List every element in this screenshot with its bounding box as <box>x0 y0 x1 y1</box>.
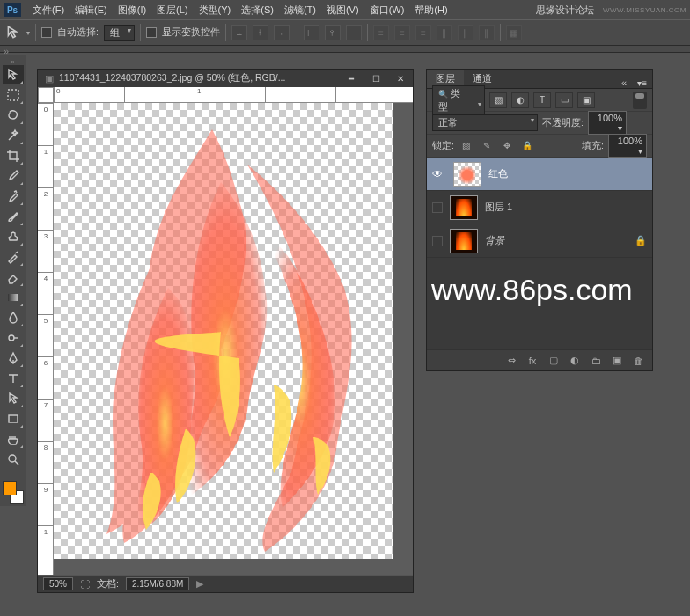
link-layers-icon[interactable]: ⇔ <box>503 353 520 369</box>
visibility-toggle[interactable] <box>432 236 443 246</box>
close-button[interactable]: ✕ <box>388 70 413 87</box>
menu-view[interactable]: 视图(V) <box>322 2 363 18</box>
filter-adjust-icon[interactable]: ◐ <box>511 92 529 108</box>
move-tool[interactable] <box>3 65 24 84</box>
menu-select[interactable]: 选择(S) <box>237 2 278 18</box>
pen-tool[interactable] <box>3 348 24 368</box>
filter-pixel-icon[interactable]: ▧ <box>489 92 507 108</box>
brush-tool[interactable] <box>3 207 24 226</box>
menu-help[interactable]: 帮助(H) <box>410 2 451 18</box>
opacity-field[interactable]: 100% ▾ <box>588 111 627 135</box>
layer-fx-icon[interactable]: fx <box>524 353 541 369</box>
fg-color-swatch[interactable] <box>3 481 17 495</box>
menu-layer[interactable]: 图层(L) <box>152 2 192 18</box>
lock-pixels-icon[interactable]: ✎ <box>479 139 495 153</box>
lock-transparency-icon[interactable]: ▨ <box>459 139 474 153</box>
show-transform-label: 显示变换控件 <box>162 26 220 39</box>
menu-type[interactable]: 类型(Y) <box>195 2 236 18</box>
group-layers-icon[interactable]: 🗀 <box>587 353 605 369</box>
lock-all-icon[interactable]: 🔒 <box>519 139 535 153</box>
rectangle-tool[interactable] <box>3 409 24 429</box>
eyedropper-tool[interactable] <box>3 166 24 186</box>
menu-filter[interactable]: 滤镜(T) <box>280 2 320 18</box>
menu-edit[interactable]: 编辑(E) <box>70 2 112 18</box>
history-brush-tool[interactable] <box>3 247 24 267</box>
new-layer-icon[interactable]: ▣ <box>608 353 626 369</box>
layer-name[interactable]: 图层 1 <box>485 201 647 214</box>
delete-layer-icon[interactable]: 🗑 <box>629 353 647 369</box>
show-transform-checkbox[interactable] <box>146 27 157 38</box>
auto-select-label: 自动选择: <box>57 26 99 39</box>
auto-select-checkbox[interactable] <box>41 27 52 38</box>
align-right-icon[interactable]: ⊣ <box>346 25 362 40</box>
hand-tool[interactable] <box>3 429 24 449</box>
healing-brush-tool[interactable] <box>3 187 24 206</box>
gradient-tool[interactable] <box>3 288 24 307</box>
auto-select-target-dropdown[interactable]: 组 <box>104 25 135 41</box>
document-tab-icon: ▣ <box>45 73 54 84</box>
clone-stamp-tool[interactable] <box>3 227 24 246</box>
visibility-toggle[interactable]: 👁 <box>432 168 446 180</box>
fill-field[interactable]: 100% ▾ <box>608 134 647 158</box>
doc-size-field[interactable]: 2.15M/6.88M <box>126 577 189 590</box>
layer-thumbnail[interactable] <box>453 162 481 187</box>
layer-row[interactable]: 背景 🔒 <box>427 224 652 258</box>
svg-point-2 <box>9 335 14 341</box>
filter-toggle[interactable] <box>633 92 647 109</box>
menu-file[interactable]: 文件(F) <box>28 2 69 18</box>
layer-mask-icon[interactable]: ▢ <box>545 353 562 369</box>
ruler-origin[interactable] <box>38 87 54 103</box>
eraser-tool[interactable] <box>3 268 24 287</box>
layers-panel: 图层 通道 « ▾≡ 🔍 类型 ▧ ◐ T ▭ ▣ 正常 不透明度: 100% … <box>426 69 653 371</box>
visibility-toggle[interactable] <box>432 202 443 213</box>
layer-filter-row: 🔍 类型 ▧ ◐ T ▭ ▣ <box>427 89 652 112</box>
magic-wand-tool[interactable] <box>3 126 24 145</box>
layer-thumbnail[interactable] <box>450 229 478 253</box>
zoom-tool[interactable] <box>3 450 24 469</box>
filter-shape-icon[interactable]: ▭ <box>555 92 573 108</box>
blur-tool[interactable] <box>3 308 24 327</box>
blend-mode-dropdown[interactable]: 正常 <box>432 114 538 131</box>
align-top-icon[interactable]: ⫠ <box>231 25 247 40</box>
opacity-label: 不透明度: <box>542 117 584 129</box>
lock-position-icon[interactable]: ✥ <box>499 139 515 153</box>
align-vcenter-icon[interactable]: ⫲ <box>253 25 268 40</box>
dodge-tool[interactable] <box>3 328 24 348</box>
panel-menu-icon[interactable]: ▾≡ <box>632 78 652 88</box>
filter-type-icon[interactable]: T <box>533 92 551 108</box>
path-select-tool[interactable] <box>3 389 24 408</box>
align-bottom-icon[interactable]: ⫟ <box>274 25 290 40</box>
filter-smart-icon[interactable]: ▣ <box>577 92 595 108</box>
canvas[interactable] <box>54 103 393 559</box>
maximize-button[interactable]: ☐ <box>363 70 388 87</box>
layer-filter-type-dropdown[interactable]: 🔍 类型 <box>432 85 485 115</box>
adjustment-layer-icon[interactable]: ◐ <box>566 353 584 369</box>
crop-tool[interactable] <box>3 146 24 165</box>
tab-handle-icon[interactable]: » <box>4 46 19 53</box>
layer-row[interactable]: 👁 红色 <box>427 158 652 191</box>
menu-window[interactable]: 窗口(W) <box>365 2 409 18</box>
flame-artwork <box>54 103 393 559</box>
layer-row[interactable]: 图层 1 <box>427 191 652 224</box>
menu-image[interactable]: 图像(I) <box>114 2 150 18</box>
chevron-down-icon[interactable]: ▾ <box>26 29 30 37</box>
status-stepper-icon[interactable]: ⛶ <box>80 579 90 590</box>
minimize-button[interactable]: ━ <box>339 70 363 87</box>
ruler-horizontal[interactable]: 0 1 <box>54 87 413 103</box>
distribute-hcenter-icon: ∥ <box>458 25 473 40</box>
canvas-area[interactable] <box>54 103 413 575</box>
zoom-field[interactable]: 50% <box>43 577 73 590</box>
marquee-tool[interactable] <box>3 85 24 105</box>
color-picker[interactable] <box>1 480 26 506</box>
panel-collapse-icon[interactable]: « <box>616 77 632 88</box>
align-left-icon[interactable]: ⊢ <box>304 25 319 40</box>
status-arrow-icon[interactable]: ▶ <box>196 578 203 590</box>
layer-name[interactable]: 背景 <box>485 234 628 247</box>
align-hcenter-icon[interactable]: ⫯ <box>325 25 341 40</box>
layer-thumbnail[interactable] <box>450 195 478 220</box>
ruler-vertical[interactable]: 0 1 2 3 4 5 6 7 8 9 1 <box>38 103 54 575</box>
lasso-tool[interactable] <box>3 106 24 125</box>
type-tool[interactable] <box>3 369 24 388</box>
document-header[interactable]: ▣ 11074431_122403780263_2.jpg @ 50% (红色,… <box>38 70 413 87</box>
layer-name[interactable]: 红色 <box>488 167 647 180</box>
